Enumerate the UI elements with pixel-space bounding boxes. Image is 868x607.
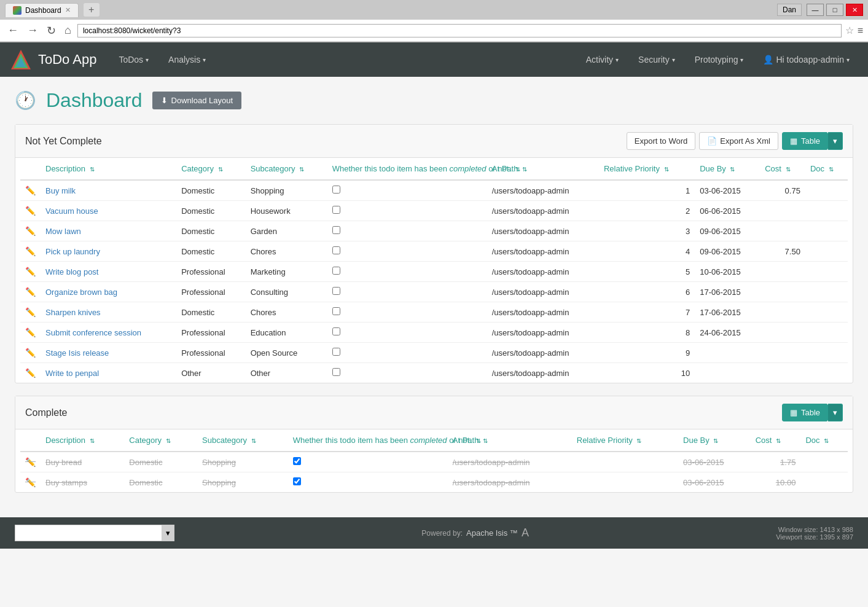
row-icon-cell: ✏️ [20,302,41,323]
app-logo[interactable]: ToDo App [10,49,96,71]
browser-tab[interactable]: Dashboard ✕ [5,3,79,17]
col-due-by[interactable]: Due By ⇅ [695,158,760,180]
new-tab-button[interactable]: + [84,3,100,17]
col-doc[interactable]: Doc ⇅ [805,158,848,180]
complete-table-button[interactable]: ▦ Table [782,404,828,421]
row-due-by-c: 03-06-2015 [678,452,751,472]
nav-user[interactable]: 👤 Hi todoapp-admin ▾ [754,42,858,77]
forward-button[interactable]: → [25,23,41,38]
row-description[interactable]: Write blog post [41,262,176,282]
col-cost[interactable]: Cost ⇅ [760,158,805,180]
col-atpath-c[interactable]: At Path ⇅ [448,429,572,452]
row-completed-checkbox[interactable] [327,323,487,343]
col-completed[interactable]: Whether this todo item has been complete… [327,158,487,180]
row-due-by: 03-06-2015 [695,180,760,201]
table-dropdown-button[interactable]: ▾ [828,132,843,150]
bookmark-button[interactable]: ☆ [845,25,854,36]
nav-activity[interactable]: Activity ▾ [577,42,627,77]
col-completed-c[interactable]: Whether this todo item has been complete… [288,429,448,452]
col-description[interactable]: Description ⇅ [41,158,176,180]
export-word-button[interactable]: Export to Word [627,132,695,150]
col-dueby-c[interactable]: Due By ⇅ [678,429,751,452]
row-description[interactable]: Buy milk [41,180,176,201]
minimize-button[interactable]: — [807,4,824,16]
back-button[interactable]: ← [5,23,21,38]
row-due-by: 06-06-2015 [695,201,760,221]
complete-header: Complete ▦ Table ▾ [15,396,853,429]
row-subcategory: Education [246,323,327,343]
row-at-path: /users/todoapp-admin [487,323,599,343]
row-completed-checkbox[interactable] [327,343,487,363]
nav-prototyping[interactable]: Prototyping ▾ [686,42,753,77]
not-yet-complete-table-wrapper: Description ⇅ Category ⇅ Subcategory ⇅ W… [15,158,853,383]
row-at-path-c: /users/todoapp-admin [448,472,572,493]
app-navbar: ToDo App ToDos ▾ Analysis ▾ Activity ▾ S… [0,42,868,77]
col-cost-c[interactable]: Cost ⇅ [751,429,801,452]
row-completed-checkbox[interactable] [327,221,487,241]
row-description-c[interactable]: Buy stamps [41,472,124,493]
activity-dropdown-arrow: ▾ [616,57,619,63]
reload-button[interactable]: ↻ [44,23,58,39]
row-icon-cell: ✏️ [20,343,41,363]
col-priority[interactable]: Relative Priority ⇅ [599,158,695,180]
nav-analysis[interactable]: Analysis ▾ [158,42,216,77]
edit-icon: ✏️ [25,327,36,337]
edit-icon: ✏️ [25,246,36,256]
footer-input[interactable] [15,525,162,541]
col-doc-c[interactable]: Doc ⇅ [800,429,848,452]
footer-dropdown-button[interactable]: ▾ [162,525,174,541]
row-description[interactable]: Stage Isis release [41,343,176,363]
tab-close-btn[interactable]: ✕ [65,6,71,14]
row-description[interactable]: Sharpen knives [41,302,176,323]
col-subcategory[interactable]: Subcategory ⇅ [246,158,327,180]
col-desc-c[interactable]: Description ⇅ [41,429,124,452]
row-completed-checkbox[interactable] [327,180,487,201]
nav-security[interactable]: Security ▾ [630,42,684,77]
row-completed-checkbox[interactable] [327,241,487,262]
edit-icon: ✏️ [25,348,36,358]
row-doc [805,282,848,302]
row-completed-checkbox[interactable] [327,282,487,302]
close-button[interactable]: ✕ [846,4,863,16]
row-description-c[interactable]: Buy bread [41,452,124,472]
table-button[interactable]: ▦ Table [782,132,828,150]
page-content: 🕐 Dashboard ⬇ Download Layout Not Yet Co… [0,77,868,517]
row-completed-checkbox-c[interactable] [288,472,448,493]
browser-menu-button[interactable]: ≡ [858,25,863,36]
not-yet-complete-header: Not Yet Complete Export to Word 📄 Export… [15,125,853,158]
maximize-button[interactable]: □ [826,4,843,16]
row-cost-c: 1.75 [751,452,801,472]
col-subcat-c[interactable]: Subcategory ⇅ [197,429,288,452]
col-at-path[interactable]: At Path ⇅ [487,158,599,180]
row-category: Domestic [176,221,245,241]
complete-table-dropdown-button[interactable]: ▾ [828,404,843,421]
row-description[interactable]: Submit conference session [41,323,176,343]
row-description[interactable]: Vacuum house [41,201,176,221]
row-at-path-c: /users/todoapp-admin [448,452,572,472]
edit-icon: ✏️ [25,186,36,195]
row-completed-checkbox[interactable] [327,363,487,383]
col-cat-c[interactable]: Category ⇅ [124,429,197,452]
nav-todos[interactable]: ToDos ▾ [109,42,158,77]
row-description[interactable]: Organize brown bag [41,282,176,302]
row-priority: 6 [599,282,695,302]
row-completed-checkbox[interactable] [327,201,487,221]
table-row: ✏️ Submit conference session Professiona… [20,323,848,343]
row-due-by: 17-06-2015 [695,282,760,302]
col-category[interactable]: Category ⇅ [176,158,245,180]
row-completed-checkbox[interactable] [327,262,487,282]
home-button[interactable]: ⌂ [62,23,74,38]
download-layout-button[interactable]: ⬇ Download Layout [152,92,241,109]
row-description[interactable]: Pick up laundry [41,241,176,262]
col-priority-c[interactable]: Relative Priority ⇅ [572,429,678,452]
edit-icon-c: ✏️ [25,477,36,487]
export-xml-button[interactable]: 📄 Export As Xml [699,132,778,150]
row-completed-checkbox[interactable] [327,302,487,323]
row-category: Professional [176,262,245,282]
row-completed-checkbox-c[interactable] [288,452,448,472]
download-icon: ⬇ [161,96,168,105]
address-input[interactable] [77,24,842,37]
row-description[interactable]: Mow lawn [41,221,176,241]
row-cost [760,201,805,221]
row-description[interactable]: Write to penpal [41,363,176,383]
